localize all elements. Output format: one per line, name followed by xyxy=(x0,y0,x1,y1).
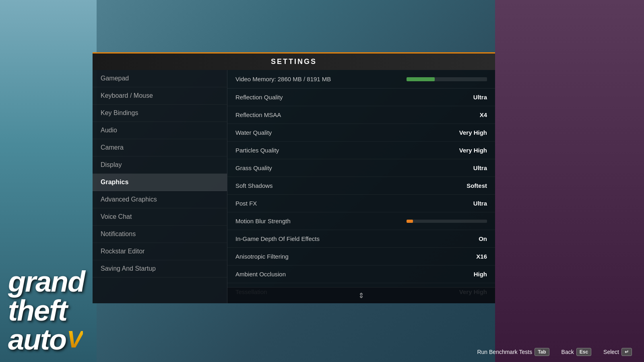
bottom-bar: Run Benchmark Tests Tab Back Esc Select … xyxy=(0,342,644,362)
select-action[interactable]: Select ↵ xyxy=(603,348,632,356)
sidebar-item-display[interactable]: Display xyxy=(93,156,227,174)
setting-name: Grass Quality xyxy=(235,165,447,171)
settings-title: SETTINGS xyxy=(271,58,317,66)
sidebar-item-saving-and-startup[interactable]: Saving And Startup xyxy=(93,260,227,278)
settings-sidebar: GamepadKeyboard / MouseKey BindingsAudio… xyxy=(93,70,227,303)
setting-name: Reflection MSAA xyxy=(235,111,447,118)
sidebar-item-notifications[interactable]: Notifications xyxy=(93,226,227,243)
memory-bar-fill xyxy=(407,77,435,81)
setting-row-reflection-quality[interactable]: Reflection QualityUltra xyxy=(227,88,495,106)
sidebar-item-audio[interactable]: Audio xyxy=(93,122,227,139)
sidebar-item-rockstar-editor[interactable]: Rockstar Editor xyxy=(93,243,227,260)
back-label: Back xyxy=(561,349,574,355)
back-key: Esc xyxy=(576,348,591,356)
setting-name: Soft Shadows xyxy=(235,182,447,189)
setting-name: Anisotropic Filtering xyxy=(235,253,447,260)
setting-row-grass-quality[interactable]: Grass QualityUltra xyxy=(227,159,495,177)
gta-logo: grand theft auto V xyxy=(8,267,85,354)
video-memory-row: Video Memory: 2860 MB / 8191 MB xyxy=(227,70,495,88)
video-memory-label: Video Memory: 2860 MB / 8191 MB xyxy=(235,76,398,82)
motion-blur-slider[interactable] xyxy=(407,220,487,223)
memory-bar xyxy=(407,77,487,81)
setting-name: Water Quality xyxy=(235,129,447,136)
benchmark-label: Run Benchmark Tests xyxy=(477,349,532,355)
setting-row-post-fx[interactable]: Post FXUltra xyxy=(227,195,495,212)
scroll-icon: ⇕ xyxy=(358,291,364,300)
setting-value: Ultra xyxy=(447,94,487,101)
sidebar-item-keyboard--mouse[interactable]: Keyboard / Mouse xyxy=(93,87,227,105)
setting-name: Post FX xyxy=(235,200,447,207)
motion-blur-row[interactable]: Motion Blur Strength xyxy=(227,212,495,230)
setting-value: On xyxy=(447,235,487,242)
select-label: Select xyxy=(603,349,619,355)
sidebar-item-camera[interactable]: Camera xyxy=(93,139,227,156)
setting-row-soft-shadows[interactable]: Soft ShadowsSoftest xyxy=(227,177,495,195)
theft-text: theft xyxy=(8,296,85,325)
setting-row-in-game-depth-of-field-effects[interactable]: In-Game Depth Of Field EffectsOn xyxy=(227,230,495,248)
setting-value: X4 xyxy=(447,111,487,118)
setting-name: Reflection Quality xyxy=(235,94,447,101)
settings-body: GamepadKeyboard / MouseKey BindingsAudio… xyxy=(93,70,495,303)
setting-name: Ambient Occlusion xyxy=(235,271,447,278)
setting-row-anisotropic-filtering[interactable]: Anisotropic FilteringX16 xyxy=(227,248,495,265)
grand-text: grand xyxy=(8,267,85,296)
setting-row-water-quality[interactable]: Water QualityVery High xyxy=(227,124,495,142)
motion-blur-fill xyxy=(407,220,413,223)
setting-name: Particles Quality xyxy=(235,147,447,154)
setting-name: In-Game Depth Of Field Effects xyxy=(235,235,447,242)
setting-value: Ultra xyxy=(447,165,487,171)
sidebar-item-voice-chat[interactable]: Voice Chat xyxy=(93,208,227,226)
setting-value: Very High xyxy=(447,129,487,136)
benchmark-action[interactable]: Run Benchmark Tests Tab xyxy=(477,348,549,356)
setting-value: X16 xyxy=(447,253,487,260)
setting-value: Softest xyxy=(447,182,487,189)
back-action[interactable]: Back Esc xyxy=(561,348,591,356)
setting-value: Very High xyxy=(447,147,487,154)
sidebar-item-key-bindings[interactable]: Key Bindings xyxy=(93,105,227,122)
scroll-arrows[interactable]: ⇕ xyxy=(227,287,495,303)
settings-title-bar: SETTINGS xyxy=(93,52,495,70)
setting-row-particles-quality[interactable]: Particles QualityVery High xyxy=(227,142,495,159)
setting-row-ambient-occlusion[interactable]: Ambient OcclusionHigh xyxy=(227,265,495,283)
setting-row-reflection-msaa[interactable]: Reflection MSAAX4 xyxy=(227,106,495,124)
setting-value: High xyxy=(447,271,487,278)
settings-panel: SETTINGS GamepadKeyboard / MouseKey Bind… xyxy=(93,52,495,303)
motion-blur-label: Motion Blur Strength xyxy=(235,218,407,224)
settings-content[interactable]: Video Memory: 2860 MB / 8191 MB Reflecti… xyxy=(227,70,495,303)
sidebar-item-advanced-graphics[interactable]: Advanced Graphics xyxy=(93,191,227,208)
sidebar-item-gamepad[interactable]: Gamepad xyxy=(93,70,227,87)
benchmark-key: Tab xyxy=(535,348,549,356)
right-bg xyxy=(495,0,644,362)
sidebar-item-graphics[interactable]: Graphics xyxy=(93,174,227,191)
settings-rows: Reflection QualityUltraReflection MSAAX4… xyxy=(227,88,495,212)
select-key: ↵ xyxy=(621,348,632,356)
setting-value: Ultra xyxy=(447,200,487,207)
